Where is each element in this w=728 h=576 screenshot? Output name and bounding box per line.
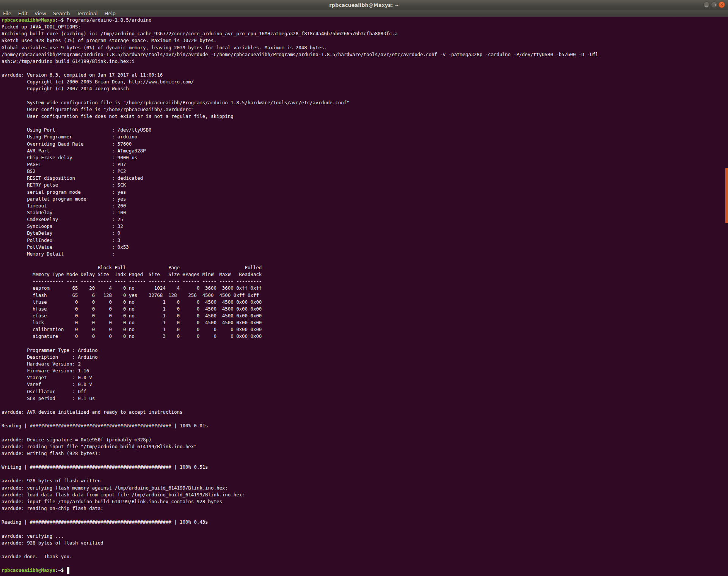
terminal-line: Reading | ##############################… bbox=[2, 519, 728, 526]
terminal-line: Copyright (c) 2007-2014 Joerg Wunsch bbox=[2, 85, 728, 92]
close-button[interactable]: ✕ bbox=[719, 2, 725, 8]
scrollbar-thumb[interactable] bbox=[725, 168, 728, 223]
terminal-line: rpbcacueaiibh@Maxys:~$ bbox=[2, 567, 728, 574]
window-controls: ✕ bbox=[703, 2, 725, 8]
window-title: rpbcacueaiibh@Maxys: ~ bbox=[329, 2, 399, 8]
terminal-line bbox=[2, 457, 728, 464]
terminal-line: Varef : 0.0 V bbox=[2, 381, 728, 388]
prompt-user-host: rpbcacueaiibh@Maxys bbox=[2, 567, 55, 573]
terminal-line bbox=[2, 340, 728, 347]
titlebar[interactable]: rpbcacueaiibh@Maxys: ~ ✕ bbox=[0, 0, 728, 10]
terminal-line: rpbcacueaiibh@Maxys:~$ Programs/arduino-… bbox=[2, 17, 728, 24]
terminal-line: Picked up JAVA_TOOL_OPTIONS: bbox=[2, 24, 728, 30]
terminal-line: Memory Type Mode Delay Size Indx Paged S… bbox=[2, 271, 728, 278]
terminal-line: avrdude: AVR device initialized and read… bbox=[2, 409, 728, 416]
terminal-line: signature 0 0 0 0 no 3 0 0 0 0 0x00 0x00 bbox=[2, 333, 728, 340]
terminal-line bbox=[2, 526, 728, 532]
terminal-line: ash:w:/tmp/arduino_build_614199/Blink.in… bbox=[2, 58, 728, 65]
terminal-line: Programmer Type : Arduino bbox=[2, 347, 728, 354]
terminal-line: Overriding Baud Rate : 57600 bbox=[2, 141, 728, 148]
terminal-line: RETRY pulse : SCK bbox=[2, 182, 728, 188]
terminal-cursor bbox=[67, 567, 69, 574]
minimize-button[interactable] bbox=[703, 2, 710, 8]
menubar: File Edit View Search Terminal Help bbox=[0, 10, 728, 17]
terminal-window: { "window": { "title": "rpbcacueaiibh@Ma… bbox=[0, 0, 728, 576]
terminal-line: Chip Erase delay : 9000 us bbox=[2, 154, 728, 161]
prompt-suffix: :~$ bbox=[55, 567, 67, 573]
terminal-line: User configuration file is "/home/rpbcac… bbox=[2, 106, 728, 113]
terminal-line: eeprom 65 20 4 0 no 1024 4 0 3600 3600 0… bbox=[2, 285, 728, 292]
menu-item-file[interactable]: File bbox=[0, 10, 15, 17]
terminal-line: AVR Part : ATmega328P bbox=[2, 148, 728, 154]
terminal-line: ByteDelay : 0 bbox=[2, 230, 728, 237]
terminal-line: StabDelay : 100 bbox=[2, 209, 728, 216]
terminal-line: calibration 0 0 0 0 no 1 0 0 0 0 0x00 0x… bbox=[2, 326, 728, 333]
terminal-line: PAGEL : PD7 bbox=[2, 161, 728, 168]
terminal-line: avrdude done. Thank you. bbox=[2, 553, 728, 560]
terminal-line bbox=[2, 65, 728, 72]
terminal-line bbox=[2, 560, 728, 567]
command-text: Programs/arduino-1.8.5/arduino bbox=[67, 17, 152, 23]
terminal-line: Reading | ##############################… bbox=[2, 422, 728, 429]
terminal-line: Block Poll Page Polled bbox=[2, 264, 728, 271]
terminal-line: avrdude: 928 bytes of flash written bbox=[2, 477, 728, 484]
terminal-line bbox=[2, 93, 728, 99]
terminal-line: avrdude: load data flash data from input… bbox=[2, 491, 728, 498]
terminal-line: avrdude: reading input file "/tmp/arduin… bbox=[2, 443, 728, 450]
menu-item-search[interactable]: Search bbox=[50, 10, 74, 17]
terminal-line: SyncLoops : 32 bbox=[2, 223, 728, 230]
terminal-line: Timeout : 200 bbox=[2, 202, 728, 209]
terminal-line: Description : Arduino bbox=[2, 354, 728, 361]
terminal-line: SCK period : 0.1 us bbox=[2, 395, 728, 402]
terminal-line: avrdude: verifying ... bbox=[2, 533, 728, 540]
terminal-line: Using Programmer : arduino bbox=[2, 133, 728, 140]
terminal-line: lock 0 0 0 0 no 1 0 0 4500 4500 0x00 0x0… bbox=[2, 319, 728, 326]
terminal-line: Hardware Version: 2 bbox=[2, 361, 728, 367]
terminal-line: Archiving built core (caching) in: /tmp/… bbox=[2, 30, 728, 37]
terminal-line: flash 65 6 128 0 yes 32768 128 256 4500 … bbox=[2, 292, 728, 299]
terminal-line: Using Port : /dev/ttyUSB0 bbox=[2, 127, 728, 133]
terminal-line: avrdude: verifying flash memory against … bbox=[2, 485, 728, 491]
menu-item-terminal[interactable]: Terminal bbox=[73, 10, 101, 17]
terminal-line: avrdude: Device signature = 0x1e950f (pr… bbox=[2, 436, 728, 443]
terminal-line: Writing | ##############################… bbox=[2, 464, 728, 471]
maximize-icon bbox=[713, 4, 715, 6]
terminal-line: CmdexeDelay : 25 bbox=[2, 216, 728, 223]
terminal-line bbox=[2, 120, 728, 127]
terminal-line: Copyright (c) 2000-2005 Brian Dean, http… bbox=[2, 78, 728, 85]
terminal-line bbox=[2, 471, 728, 477]
terminal-line: System wide configuration file is "/home… bbox=[2, 99, 728, 106]
terminal-line: Memory Detail : bbox=[2, 251, 728, 257]
close-icon: ✕ bbox=[720, 3, 723, 7]
prompt-suffix: :~$ bbox=[55, 17, 67, 23]
terminal-line: Sketch uses 928 bytes (3%) of program st… bbox=[2, 37, 728, 44]
terminal-line: Global variables use 9 bytes (0%) of dyn… bbox=[2, 44, 728, 51]
terminal-line bbox=[2, 402, 728, 409]
terminal-line: PollIndex : 3 bbox=[2, 237, 728, 244]
terminal-line: avrdude: writing flash (928 bytes): bbox=[2, 450, 728, 457]
terminal-line: avrdude: reading on-chip flash data: bbox=[2, 505, 728, 512]
menu-item-view[interactable]: View bbox=[31, 10, 50, 17]
terminal-line: BS2 : PC2 bbox=[2, 168, 728, 175]
prompt-user-host: rpbcacueaiibh@Maxys bbox=[2, 17, 55, 23]
terminal-line: Firmware Version: 1.16 bbox=[2, 367, 728, 374]
terminal-line bbox=[2, 416, 728, 422]
minimize-icon bbox=[705, 6, 708, 6]
terminal-line: /home/rpbcacueaiibh/Programs/arduino-1.8… bbox=[2, 51, 728, 58]
terminal-line: Oscillator : Off bbox=[2, 388, 728, 395]
maximize-button[interactable] bbox=[711, 2, 717, 8]
terminal-line: Vtarget : 0.0 V bbox=[2, 374, 728, 381]
menu-item-help[interactable]: Help bbox=[101, 10, 119, 17]
terminal-line: lfuse 0 0 0 0 no 1 0 0 4500 4500 0x00 0x… bbox=[2, 299, 728, 306]
terminal-line: ----------- ---- ----- ----- ---- ------… bbox=[2, 278, 728, 285]
terminal-line bbox=[2, 546, 728, 553]
terminal-line bbox=[2, 257, 728, 264]
terminal-line: avrdude: input file /tmp/arduino_build_6… bbox=[2, 498, 728, 505]
terminal-line: avrdude: Version 6.3, compiled on Jan 17… bbox=[2, 72, 728, 78]
terminal-line: PollValue : 0x53 bbox=[2, 244, 728, 251]
terminal-line: avrdude: 928 bytes of flash verified bbox=[2, 540, 728, 546]
terminal-output[interactable]: rpbcacueaiibh@Maxys:~$ Programs/arduino-… bbox=[0, 17, 728, 576]
terminal-line bbox=[2, 512, 728, 519]
terminal-line: serial program mode : yes bbox=[2, 189, 728, 196]
menu-item-edit[interactable]: Edit bbox=[15, 10, 31, 17]
